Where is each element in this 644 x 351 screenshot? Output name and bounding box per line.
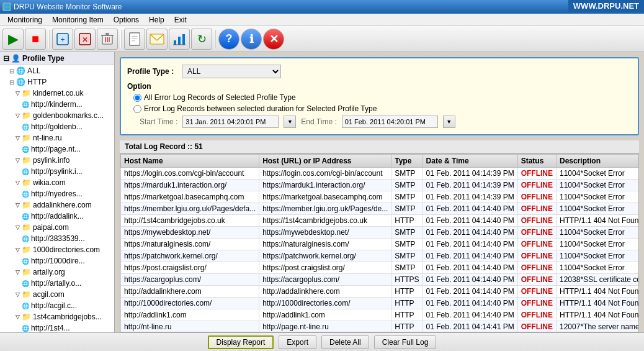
menu-monitoring-item[interactable]: Monitoring Item [47, 14, 109, 25]
radio-duration[interactable] [133, 105, 141, 113]
end-time-input[interactable] [342, 116, 438, 128]
sidebar-site-wikia[interactable]: ▽ 📁 wikia.com [0, 177, 114, 188]
table-cell: OFFLINE [517, 180, 556, 191]
log-table-container[interactable]: Host Name Host (URL) or IP Address Type … [120, 153, 639, 332]
collapse-kindernet: ▽ [16, 90, 20, 96]
1000dir-label: 1000directories.com [33, 245, 100, 254]
sidebar-url-acgil[interactable]: 🌐 http://acgil.c... [0, 300, 114, 311]
sidebar-url-wikia[interactable]: 🌐 http://nyedres... [0, 188, 114, 199]
col-type[interactable]: Type [391, 155, 423, 168]
col-description[interactable]: Description [557, 155, 639, 168]
sidebar-url-paipai[interactable]: 🌐 http://3833539... [0, 233, 114, 244]
collapse-golden: ▽ [16, 112, 20, 119]
sidebar-site-artally[interactable]: ▽ 📁 artally.org [0, 267, 114, 278]
artally-url: http://artally.o... [31, 279, 81, 288]
1st4-label: 1st4cambridgejobs... [33, 312, 102, 321]
menu-monitoring[interactable]: Monitoring [2, 14, 47, 25]
table-cell: http://nt-line.ru [121, 321, 259, 333]
sidebar-site-1st4[interactable]: ▽ 📁 1st4cambridgejobs... [0, 311, 114, 322]
display-report-button[interactable]: Display Report [208, 335, 274, 349]
collapse-wikia: ▽ [16, 180, 20, 186]
svg-rect-10 [130, 32, 140, 45]
kindernet-url: http://kinderm... [31, 100, 83, 109]
sidebar-url-addalink[interactable]: 🌐 http://addalink... [0, 211, 114, 222]
url-icon-golden: 🌐 [22, 124, 29, 130]
site-icon-psylink: 📁 [22, 156, 31, 165]
table-cell: 01 Feb. 2011 04:14:39 PM [423, 191, 517, 203]
play-button[interactable]: ▶ [2, 29, 24, 50]
sidebar-item-http[interactable]: ⊟ 🌐 HTTP [0, 76, 114, 88]
menu-exit[interactable]: Exit [169, 14, 192, 25]
option-label: Option [127, 82, 632, 91]
table-cell: HTTP/1.1 404 Not Found [557, 298, 639, 309]
site-icon-kindernet: 📁 [22, 89, 31, 98]
sidebar-url-kindernet[interactable]: 🌐 http://kinderm... [0, 99, 114, 110]
stop-button[interactable]: ■ [25, 29, 46, 50]
sidebar-site-acgil[interactable]: ▽ 📁 acgil.com [0, 289, 114, 300]
sidebar-url-1st4[interactable]: 🌐 http://1st4... [0, 322, 114, 332]
email-button[interactable] [146, 29, 168, 50]
acgil-label: acgil.com [33, 290, 65, 299]
end-time-picker[interactable]: ▼ [443, 116, 455, 128]
table-row: http://1st4cambridgejobs.co.ukhttps://1s… [121, 215, 640, 227]
table-row: http://addalinkhere.comhttp://addalinkhe… [121, 286, 640, 298]
table-cell: https://marduk1.interaction.org/ [121, 180, 259, 191]
help-button[interactable]: ? [218, 29, 239, 50]
sidebar-url-golden[interactable]: 🌐 http://goldenb... [0, 121, 114, 132]
radio-row-2: Error Log Records between selected durat… [133, 104, 632, 113]
report-button[interactable] [124, 29, 145, 50]
collapse-icon[interactable]: ⊟ [3, 54, 9, 63]
clear-full-log-button[interactable]: Clear Full Log [374, 335, 437, 349]
radio-all-records[interactable] [133, 94, 141, 102]
log-table: Host Name Host (URL) or IP Address Type … [120, 154, 639, 332]
menu-help[interactable]: Help [144, 14, 169, 25]
profile-type-select[interactable]: ALL HTTP HTTPS SMTP [182, 65, 281, 78]
add-button[interactable]: + [52, 29, 73, 50]
col-host-url[interactable]: Host (URL) or IP Address [259, 155, 391, 168]
remove-button[interactable]: ✕ [74, 29, 96, 50]
start-time-picker[interactable]: ▼ [284, 116, 296, 128]
refresh-button[interactable]: ↻ [191, 29, 212, 50]
sidebar-site-kindernet[interactable]: ▽ 📁 kindernet.co.uk [0, 88, 114, 99]
info-button[interactable]: ℹ [241, 29, 262, 50]
sidebar-url-1000dir[interactable]: 🌐 http://1000dire... [0, 255, 114, 267]
table-cell: https://naturalginesis.com/ [121, 239, 259, 250]
sidebar-site-1000dir[interactable]: ▽ 📁 1000directories.com [0, 244, 114, 255]
sidebar-item-all[interactable]: ⊟ 🌐 ALL [0, 65, 114, 76]
table-cell: https://post.craigslist.org/ [259, 262, 391, 274]
table-cell: https://login.cos.com/cgi-bin/account [259, 168, 391, 180]
sidebar-url-artally[interactable]: 🌐 http://artally.o... [0, 278, 114, 289]
table-cell: https://marduk1.interaction.org/ [259, 180, 391, 191]
url-icon-addalink: 🌐 [22, 213, 29, 220]
expand-icon: ⊟ [9, 68, 14, 75]
table-cell: https://member.lgiu.org.uk/Pages/de... [259, 203, 391, 215]
http-icon: 🌐 [16, 78, 25, 86]
sidebar-url-ntline[interactable]: 🌐 http://page.nt... [0, 144, 114, 155]
start-time-input[interactable] [182, 116, 279, 128]
sidebar-site-ntline[interactable]: ▽ 📁 nt-line.ru [0, 132, 114, 144]
delete-button[interactable] [97, 29, 118, 50]
menu-options[interactable]: Options [109, 14, 144, 25]
close-x-button[interactable]: ✕ [263, 29, 284, 50]
delete-all-button[interactable]: Delete All [321, 335, 369, 349]
col-status[interactable]: Status [517, 155, 556, 168]
export-button[interactable]: Export [279, 335, 316, 349]
col-host-name[interactable]: Host Name [121, 155, 259, 168]
table-row: https://post.craigslist.org/https://post… [121, 262, 640, 274]
table-cell: https://marketgoal.basecamphq.com [121, 191, 259, 203]
sidebar-site-paipai[interactable]: ▽ 📁 paipai.com [0, 222, 114, 233]
col-date-time[interactable]: Date & Time [423, 155, 517, 168]
url-icon-ntline: 🌐 [22, 146, 29, 153]
table-cell: https://mywebdesktop.net/ [121, 227, 259, 239]
sidebar-url-psylink[interactable]: 🌐 http://psylink.i... [0, 166, 114, 177]
url-icon-wikia: 🌐 [22, 191, 29, 198]
table-cell: HTTP [391, 309, 423, 321]
sidebar-site-addalink[interactable]: ▽ 📁 addalinkhere.com [0, 199, 114, 211]
sidebar-site-psylink[interactable]: ▽ 📁 psylink.info [0, 155, 114, 166]
site-icon-artally: 📁 [22, 268, 31, 276]
chart-button[interactable] [169, 29, 190, 50]
svg-rect-5 [101, 35, 114, 36]
sidebar-site-golden[interactable]: ▽ 📁 goldenbookmarks.c... [0, 110, 114, 121]
paipai-url: http://3833539... [31, 234, 85, 243]
table-cell: OFFLINE [517, 227, 556, 239]
